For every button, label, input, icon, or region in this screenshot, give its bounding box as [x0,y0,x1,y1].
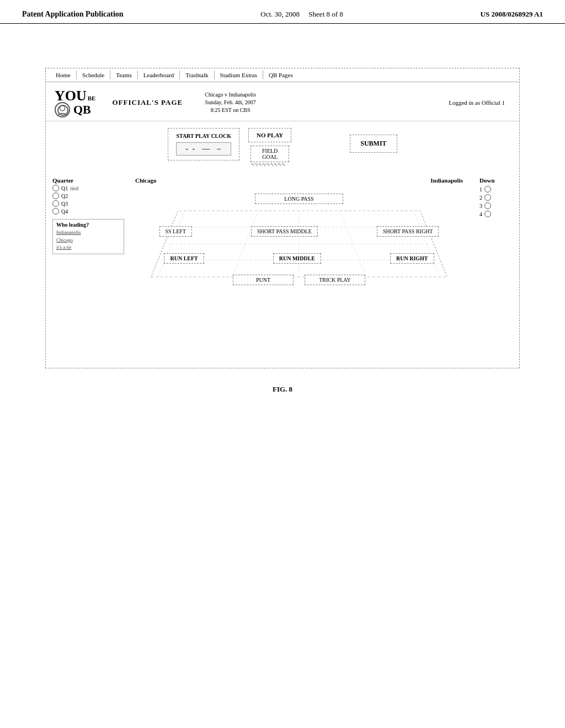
down-radio-4[interactable] [484,211,491,217]
nav-bar: Home Schedule Teams Leaderboard Trashtal… [46,68,519,82]
logged-in: Logged in as Official 1 [449,99,505,106]
game-info-line2: Sunday, Feb. 4th, 2007 [205,99,256,106]
run-left-button[interactable]: RUN LEFT [164,253,204,264]
clock-display: - - — – [176,142,231,156]
down-num-1: 1 [479,186,482,192]
quarter-radio-q4[interactable] [52,208,59,215]
left-panel: Quarter Q1 tied Q2 Q3 [52,177,124,254]
quarter-q3-label: Q3 [61,201,68,207]
run-right-button[interactable]: RUN RIGHT [390,253,434,264]
patent-number: US 2008/0268929 A1 [481,10,543,19]
short-pass-middle-button[interactable]: SHORT PASS MIDDLE [251,226,318,237]
team-indianapolis: Indianapolis [430,177,463,184]
short-pass-row: SS LEFT SHORT PASS MIDDLE SHORT PASS RIG… [130,226,468,237]
down-row-1: 1 [479,186,513,192]
quarter-row-q1: Q1 tied [52,185,124,191]
field-goal-button[interactable]: FIELD GOAL [250,146,289,162]
long-pass-row: LONG PASS [130,194,468,204]
down-radio-2[interactable] [484,194,491,201]
run-row: RUN LEFT RUN MIDDLE RUN RIGHT [130,253,468,264]
who-leading-tie[interactable]: it's a tie [56,244,120,251]
right-panel: Down 1 2 3 4 [479,177,513,219]
field-goal-box: FIELD GOAL ∿∿∿∿∿∿∿∿∿ [250,146,289,167]
fg-squiggle: ∿∿∿∿∿∿∿∿∿ [250,162,289,167]
nav-item-home[interactable]: Home [50,71,77,79]
quarter-q4-label: Q4 [61,208,68,215]
page-header: YOU BE QB [46,82,519,121]
nav-item-leaderboard[interactable]: Leaderboard [138,71,180,79]
nav-item-stadium-extras[interactable]: Stadium Extras [215,71,264,79]
teams-row: Chicago Indianapolis [124,177,474,184]
patent-sheet: Sheet 8 of 8 [308,10,343,18]
quarter-row-q3: Q3 [52,200,124,207]
quarter-row-q4: Q4 [52,208,124,215]
down-radio-1[interactable] [484,186,491,192]
nav-item-trashtalk[interactable]: Trashtalk [180,71,214,79]
figure-caption: FIG. 8 [273,385,292,394]
official-page-title: OFFICIAL'S PAGE [112,98,183,107]
short-pass-right-button[interactable]: SHORT PASS RIGHT [377,226,439,237]
quarter-q1-label: Q1 [61,185,68,191]
who-leading-indianapolis[interactable]: Indianapolis [56,229,120,237]
nav-item-teams[interactable]: Teams [110,71,138,79]
run-middle-button[interactable]: RUN MIDDLE [273,253,321,264]
down-num-3: 3 [479,203,482,209]
center-field: Chicago Indianapolis [124,177,474,365]
quarter-radio-q2[interactable] [52,192,59,199]
patent-left-label: Patent Application Publication [22,10,124,19]
logo-qb: QB [73,103,91,117]
patent-header: Patent Application Publication Oct. 30, … [0,0,565,24]
quarter-q2-label: Q2 [61,193,68,199]
logo-icon [55,102,70,117]
submit-section: SUBMIT [333,130,397,153]
logo-section: YOU BE QB [55,88,95,117]
logo-be: BE [88,95,96,101]
down-label: Down [479,177,513,184]
down-radio-3[interactable] [484,202,491,209]
game-area: Quarter Q1 tied Q2 Q3 [46,174,519,368]
main-content: Home Schedule Teams Leaderboard Trashtal… [0,24,565,410]
nav-item-schedule[interactable]: Schedule [77,71,110,79]
down-num-2: 2 [479,195,482,201]
patent-date: Oct. 30, 2008 [260,10,300,18]
game-info-line3: 8:25 EST on CBS [205,106,256,114]
team-chicago: Chicago [135,177,157,184]
who-leading-chicago[interactable]: Chicago [56,237,120,244]
who-leading-title: Who leading? [56,222,120,228]
punt-button[interactable]: PUNT [233,275,294,285]
quarter-label: Quarter [52,177,124,184]
quarter-radio-q3[interactable] [52,200,59,207]
no-play-field-goal-section: NO PLAY FIELD GOAL ∿∿∿∿∿∿∿∿∿ [248,128,291,167]
no-play-button[interactable]: NO PLAY [248,128,291,142]
down-row-2: 2 [479,194,513,201]
ss-left-button[interactable]: SS LEFT [159,226,193,237]
tied-text: tied [70,185,78,191]
who-leading-box: Who leading? Indianapolis Chicago it's a… [52,219,124,254]
long-pass-button[interactable]: LONG PASS [255,194,343,204]
quarter-row-q2: Q2 [52,192,124,199]
play-clock-label: START PLAY CLOCK [176,133,231,139]
patent-date-sheet: Oct. 30, 2008 Sheet 8 of 8 [260,10,343,19]
plays-area: LONG PASS SS LEFT SHORT PASS MIDDLE SHOR… [124,186,474,285]
quarter-section: Quarter Q1 tied Q2 Q3 [52,177,124,215]
game-info: Chicago v Indianapolis Sunday, Feb. 4th,… [205,91,256,114]
play-clock-box: START PLAY CLOCK - - — – [168,128,239,160]
down-row-3: 3 [479,202,513,209]
svg-point-0 [60,106,65,111]
submit-button[interactable]: SUBMIT [350,135,397,153]
trick-play-button[interactable]: TRICK PLAY [305,275,365,285]
screenshot-box: Home Schedule Teams Leaderboard Trashtal… [45,68,520,368]
down-num-4: 4 [479,211,482,217]
quarter-radio-q1[interactable] [52,185,59,191]
down-row-4: 4 [479,211,513,217]
game-info-line1: Chicago v Indianapolis [205,91,256,99]
controls-area: START PLAY CLOCK - - — – NO PLAY FIELD G… [46,121,519,174]
ui-content: Home Schedule Teams Leaderboard Trashtal… [46,68,519,368]
nav-item-qb-pages[interactable]: QB Pages [263,71,299,79]
punt-trick-row: PUNT TRICK PLAY [130,275,468,285]
